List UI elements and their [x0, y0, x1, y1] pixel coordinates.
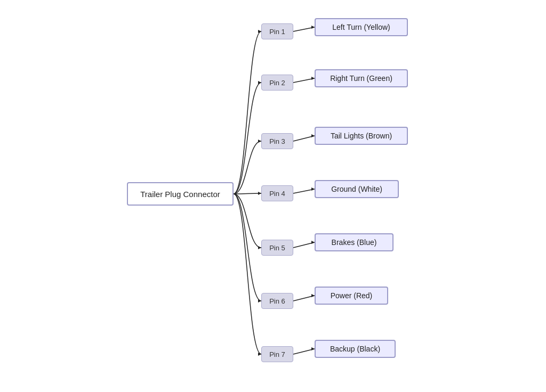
center-node: Trailer Plug Connector [127, 182, 234, 206]
pin-node-4: Pin 4 [261, 185, 293, 201]
function-node-7: Backup (Black) [315, 340, 396, 358]
function-node-2: Right Turn (Green) [315, 69, 408, 87]
function-node-5: Brakes (Blue) [315, 233, 394, 251]
function-node-4: Ground (White) [315, 180, 399, 198]
pin-node-5: Pin 5 [261, 240, 293, 256]
svg-line-0 [293, 27, 315, 31]
diagram-container: Trailer Plug Connector Pin 1 Pin 2 Pin 3… [0, 0, 546, 392]
center-node-label: Trailer Plug Connector [140, 190, 220, 199]
pin-node-7: Pin 7 [261, 346, 293, 362]
function-node-1: Left Turn (Yellow) [315, 18, 408, 36]
pin-node-6: Pin 6 [261, 293, 293, 309]
svg-line-10 [293, 296, 315, 301]
svg-line-4 [293, 136, 315, 141]
svg-line-8 [293, 242, 315, 248]
svg-line-2 [293, 78, 315, 83]
svg-line-12 [293, 349, 315, 354]
pin-node-2: Pin 2 [261, 75, 293, 91]
function-node-3: Tail Lights (Brown) [315, 127, 408, 145]
pin-node-1: Pin 1 [261, 23, 293, 39]
pin-node-3: Pin 3 [261, 133, 293, 149]
svg-line-6 [293, 189, 315, 193]
function-node-6: Power (Red) [315, 287, 388, 305]
